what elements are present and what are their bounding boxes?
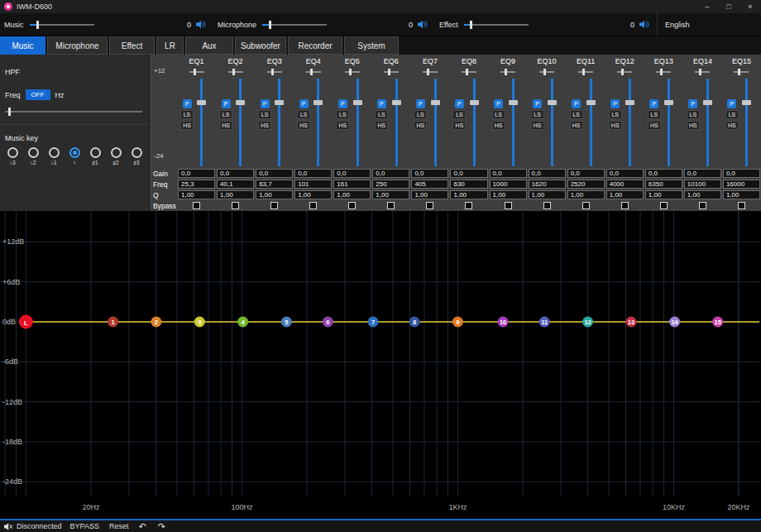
- high-shelf-button[interactable]: HS: [375, 121, 388, 130]
- eq8-q-value[interactable]: 1,00: [450, 190, 487, 199]
- high-shelf-button[interactable]: HS: [219, 121, 232, 130]
- slider-handle[interactable]: [388, 69, 390, 75]
- radio-icon[interactable]: [111, 147, 122, 158]
- language-select[interactable]: English: [657, 13, 761, 36]
- slider-handle[interactable]: [310, 69, 313, 75]
- eq7-gain-value[interactable]: 0,0: [411, 169, 448, 178]
- high-shelf-button[interactable]: HS: [609, 121, 622, 130]
- low-shelf-button[interactable]: LS: [180, 110, 194, 119]
- eq6-bypass-checkbox[interactable]: [387, 202, 395, 209]
- low-shelf-button[interactable]: LS: [375, 110, 388, 119]
- radio-icon[interactable]: [90, 147, 101, 158]
- slider-handle[interactable]: [194, 69, 196, 75]
- gain-fader-handle[interactable]: [664, 100, 673, 105]
- tab-music[interactable]: Music: [0, 36, 45, 55]
- bypass-button[interactable]: BYPASS: [70, 522, 99, 530]
- low-shelf-button[interactable]: LS: [258, 110, 271, 119]
- eq12-bypass-checkbox[interactable]: [621, 202, 629, 209]
- eq10-gain-value[interactable]: 0,0: [529, 169, 566, 178]
- slider-handle[interactable]: [582, 69, 585, 75]
- speaker-icon[interactable]: [418, 20, 428, 29]
- gain-fader-handle[interactable]: [509, 100, 518, 105]
- slider-handle[interactable]: [543, 69, 546, 75]
- eq-point-6[interactable]: 6: [323, 317, 333, 328]
- eq1-gain-value[interactable]: 0,0: [178, 169, 215, 178]
- eq15-freq-value[interactable]: 16000: [723, 180, 760, 189]
- speaker-icon[interactable]: [639, 20, 650, 29]
- eq14-freq-value[interactable]: 10100: [684, 180, 721, 189]
- eq-point-15[interactable]: 15: [712, 317, 723, 328]
- eq2-gain-value[interactable]: 0,0: [217, 169, 254, 178]
- music-key-sharp3[interactable]: ♯3: [127, 147, 146, 166]
- mini-slider[interactable]: [462, 69, 476, 75]
- music-key-flat2[interactable]: ♭2: [24, 147, 42, 166]
- eq-point-12[interactable]: 12: [582, 317, 593, 328]
- mini-slider[interactable]: [423, 69, 438, 75]
- eq14-q-value[interactable]: 1,00: [684, 190, 721, 199]
- effect-volume-slider[interactable]: [464, 21, 529, 29]
- eq12-q-value[interactable]: 1,00: [606, 190, 644, 199]
- peak-filter-button[interactable]: P: [377, 99, 386, 108]
- low-shelf-button[interactable]: LS: [570, 110, 583, 119]
- mini-slider[interactable]: [228, 69, 243, 75]
- low-shelf-button[interactable]: LS: [336, 110, 349, 119]
- slider-handle[interactable]: [621, 69, 624, 75]
- eq7-bypass-checkbox[interactable]: [426, 202, 433, 209]
- eq3-freq-value[interactable]: 63,7: [256, 180, 293, 189]
- slider-handle[interactable]: [738, 69, 740, 75]
- high-shelf-button[interactable]: HS: [297, 121, 310, 130]
- reset-button[interactable]: Reset: [109, 522, 129, 530]
- eq2-freq-value[interactable]: 40,1: [217, 180, 254, 189]
- eq6-gain-value[interactable]: 0,0: [372, 169, 409, 178]
- music-key-natural[interactable]: ♮: [65, 147, 84, 166]
- mini-slider[interactable]: [695, 69, 710, 75]
- low-shelf-button[interactable]: LS: [531, 110, 544, 119]
- high-shelf-button[interactable]: HS: [180, 121, 194, 130]
- mini-slider[interactable]: [189, 69, 204, 75]
- eq11-q-value[interactable]: 1,00: [567, 190, 605, 199]
- low-shelf-button[interactable]: LS: [687, 110, 700, 119]
- eq3-q-value[interactable]: 1,00: [256, 190, 293, 199]
- peak-filter-button[interactable]: P: [416, 99, 425, 108]
- tab-microphone[interactable]: Microphone: [47, 36, 108, 55]
- eq9-gain-value[interactable]: 0,0: [490, 169, 527, 178]
- gain-fader-track[interactable]: [745, 79, 748, 166]
- eq7-freq-value[interactable]: 405: [411, 180, 448, 189]
- mini-slider[interactable]: [734, 69, 749, 75]
- eq8-freq-value[interactable]: 630: [450, 180, 487, 189]
- eq7-q-value[interactable]: 1,00: [411, 190, 448, 199]
- gain-fader-track[interactable]: [395, 79, 398, 166]
- low-shelf-button[interactable]: LS: [492, 110, 505, 119]
- low-shelf-button[interactable]: LS: [648, 110, 661, 119]
- tab-lr[interactable]: LR: [156, 36, 184, 55]
- peak-filter-button[interactable]: P: [533, 99, 542, 108]
- peak-filter-button[interactable]: P: [338, 99, 347, 108]
- gain-fader-track[interactable]: [706, 79, 709, 166]
- gain-fader-handle[interactable]: [431, 100, 440, 105]
- eq11-bypass-checkbox[interactable]: [582, 202, 590, 209]
- gain-fader-handle[interactable]: [703, 100, 712, 105]
- music-key-flat1[interactable]: ♭1: [45, 147, 63, 166]
- mini-slider[interactable]: [656, 69, 671, 75]
- eq-point-7[interactable]: 7: [368, 317, 379, 328]
- speaker-icon[interactable]: [196, 20, 207, 29]
- undo-icon[interactable]: ↶: [138, 521, 146, 532]
- gain-fader-track[interactable]: [357, 79, 359, 166]
- high-shelf-button[interactable]: HS: [725, 121, 739, 130]
- eq10-bypass-checkbox[interactable]: [543, 202, 551, 209]
- low-shelf-button[interactable]: LS: [725, 110, 739, 119]
- mini-slider[interactable]: [539, 69, 554, 75]
- maximize-button[interactable]: □: [718, 0, 739, 13]
- eq-point-2[interactable]: 2: [151, 317, 161, 328]
- gain-fader-handle[interactable]: [236, 100, 245, 105]
- slider-handle[interactable]: [8, 108, 11, 116]
- gain-fader-handle[interactable]: [197, 100, 206, 105]
- eq9-freq-value[interactable]: 1000: [490, 180, 527, 189]
- eq13-freq-value[interactable]: 6350: [645, 180, 682, 189]
- slider-handle[interactable]: [427, 69, 429, 75]
- gain-fader-track[interactable]: [278, 79, 280, 166]
- eq2-q-value[interactable]: 1,00: [217, 190, 254, 199]
- slider-handle[interactable]: [271, 69, 274, 75]
- peak-filter-button[interactable]: P: [494, 99, 503, 108]
- music-key-sharp1[interactable]: ♯1: [86, 147, 104, 166]
